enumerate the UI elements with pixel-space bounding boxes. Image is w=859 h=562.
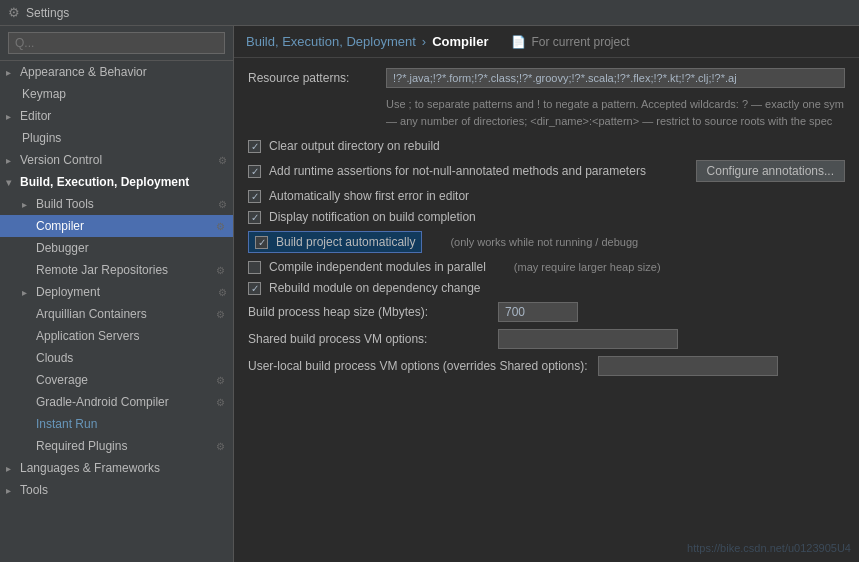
checkbox-show-first-error[interactable]: [248, 190, 261, 203]
right-panel: Build, Execution, Deployment › Compiler …: [234, 26, 859, 562]
sidebar-item-debugger[interactable]: Debugger: [0, 237, 233, 259]
sidebar-item-label: Required Plugins: [36, 439, 127, 453]
sidebar-item-label: Application Servers: [36, 329, 139, 343]
panel-body: Resource patterns: Use ; to separate pat…: [234, 58, 859, 562]
option-build-automatically: Build project automatically (only works …: [248, 231, 845, 253]
resource-patterns-row: Resource patterns:: [248, 68, 845, 88]
search-input[interactable]: [8, 32, 225, 54]
option-left: Add runtime assertions for not-null-anno…: [248, 164, 646, 178]
sidebar-item-label: Clouds: [36, 351, 73, 365]
resource-patterns-input[interactable]: [386, 68, 845, 88]
sidebar-item-label: Coverage: [36, 373, 88, 387]
checkbox-clear-output[interactable]: [248, 140, 261, 153]
sidebar-item-appearance-behavior[interactable]: ▸ Appearance & Behavior: [0, 61, 233, 83]
file-icon: 📄: [511, 35, 526, 49]
sidebar-item-label: Editor: [20, 109, 51, 123]
sidebar-item-coverage[interactable]: Coverage ⚙: [0, 369, 233, 391]
chevron-icon: ▸: [6, 485, 18, 496]
sidebar-item-label: Deployment: [36, 285, 100, 299]
sidebar-item-build-exec-deploy[interactable]: ▾ Build, Execution, Deployment: [0, 171, 233, 193]
label-build-automatically: Build project automatically: [276, 235, 415, 249]
sidebar-item-editor[interactable]: ▸ Editor: [0, 105, 233, 127]
sidebar-item-arquillian[interactable]: Arquillian Containers ⚙: [0, 303, 233, 325]
configure-annotations-button[interactable]: Configure annotations...: [696, 160, 845, 182]
label-add-assertions: Add runtime assertions for not-null-anno…: [269, 164, 646, 178]
sidebar-item-required-plugins[interactable]: Required Plugins ⚙: [0, 435, 233, 457]
shared-vm-row: Shared build process VM options:: [248, 329, 845, 349]
chevron-icon: ▸: [6, 111, 18, 122]
settings-icon: ⚙: [8, 5, 20, 20]
sync-icon: ⚙: [218, 155, 227, 166]
chevron-icon: ▸: [6, 463, 18, 474]
shared-vm-input[interactable]: [498, 329, 678, 349]
heap-size-row: Build process heap size (Mbytes):: [248, 302, 845, 322]
resource-patterns-label: Resource patterns:: [248, 68, 378, 85]
user-local-vm-label: User-local build process VM options (ove…: [248, 359, 588, 373]
sync-icon: ⚙: [216, 309, 225, 320]
hint-text: Use ; to separate patterns and ! to nega…: [386, 96, 845, 129]
option-show-first-error: Automatically show first error in editor: [248, 189, 845, 203]
sidebar-item-label: Languages & Frameworks: [20, 461, 160, 475]
sidebar-item-label: Appearance & Behavior: [20, 65, 147, 79]
checkbox-compile-parallel[interactable]: [248, 261, 261, 274]
chevron-icon: ▸: [6, 67, 18, 78]
main-content: ▸ Appearance & Behavior Keymap ▸ Editor …: [0, 26, 859, 562]
sidebar-item-label: Instant Run: [36, 417, 97, 431]
sidebar-item-build-tools[interactable]: ▸ Build Tools ⚙: [0, 193, 233, 215]
chevron-icon: ▾: [6, 177, 18, 188]
hint-line2: — any number of directories; <dir_name>:…: [386, 113, 845, 130]
checkbox-rebuild-on-dep-change[interactable]: [248, 282, 261, 295]
sidebar-item-label: Build, Execution, Deployment: [20, 175, 189, 189]
hint-line1: Use ; to separate patterns and ! to nega…: [386, 96, 845, 113]
sidebar-item-clouds[interactable]: Clouds: [0, 347, 233, 369]
sidebar-item-version-control[interactable]: ▸ Version Control ⚙: [0, 149, 233, 171]
sidebar-item-plugins[interactable]: Plugins: [0, 127, 233, 149]
title-text: Settings: [26, 6, 69, 20]
sidebar-item-keymap[interactable]: Keymap: [0, 83, 233, 105]
panel-header: Build, Execution, Deployment › Compiler …: [234, 26, 859, 58]
chevron-icon: ▸: [6, 155, 18, 166]
sidebar-item-deployment[interactable]: ▸ Deployment ⚙: [0, 281, 233, 303]
sidebar-item-label: Plugins: [22, 131, 61, 145]
sidebar-item-label: Remote Jar Repositories: [36, 263, 168, 277]
sidebar-item-label: Gradle-Android Compiler: [36, 395, 169, 409]
sync-icon: ⚙: [216, 221, 225, 232]
search-box[interactable]: [0, 26, 233, 61]
checkbox-display-notification[interactable]: [248, 211, 261, 224]
option-compile-parallel: Compile independent modules in parallel …: [248, 260, 845, 274]
sidebar-item-instant-run[interactable]: Instant Run: [0, 413, 233, 435]
sync-icon: ⚙: [216, 397, 225, 408]
user-local-vm-input[interactable]: [598, 356, 778, 376]
sidebar-item-tools[interactable]: ▸ Tools: [0, 479, 233, 501]
sidebar-item-compiler[interactable]: Compiler ⚙: [0, 215, 233, 237]
sidebar-item-label: Keymap: [22, 87, 66, 101]
sidebar-item-languages-frameworks[interactable]: ▸ Languages & Frameworks: [0, 457, 233, 479]
option-clear-output: Clear output directory on rebuild: [248, 139, 845, 153]
sidebar-item-label: Debugger: [36, 241, 89, 255]
user-local-vm-row: User-local build process VM options (ove…: [248, 356, 845, 376]
option-add-assertions: Add runtime assertions for not-null-anno…: [248, 160, 845, 182]
checkbox-add-assertions[interactable]: [248, 165, 261, 178]
sync-icon: ⚙: [216, 375, 225, 386]
checkbox-build-automatically[interactable]: [255, 236, 268, 249]
chevron-icon: ▸: [22, 199, 34, 210]
sidebar: ▸ Appearance & Behavior Keymap ▸ Editor …: [0, 26, 234, 562]
sync-icon: ⚙: [218, 287, 227, 298]
sidebar-item-app-servers[interactable]: Application Servers: [0, 325, 233, 347]
heap-size-input[interactable]: [498, 302, 578, 322]
current-project-label: For current project: [532, 35, 630, 49]
sidebar-item-remote-jar-repos[interactable]: Remote Jar Repositories ⚙: [0, 259, 233, 281]
sync-icon: ⚙: [216, 265, 225, 276]
label-show-first-error: Automatically show first error in editor: [269, 189, 469, 203]
label-clear-output: Clear output directory on rebuild: [269, 139, 440, 153]
chevron-icon: ▸: [22, 287, 34, 298]
sidebar-list: ▸ Appearance & Behavior Keymap ▸ Editor …: [0, 61, 233, 562]
sidebar-item-gradle-android[interactable]: Gradle-Android Compiler ⚙: [0, 391, 233, 413]
breadcrumb-path: Build, Execution, Deployment: [246, 34, 416, 49]
highlighted-build-auto: Build project automatically: [248, 231, 422, 253]
sync-icon: ⚙: [216, 441, 225, 452]
shared-vm-label: Shared build process VM options:: [248, 332, 488, 346]
breadcrumb-separator: ›: [422, 34, 426, 49]
sidebar-item-label: Version Control: [20, 153, 102, 167]
option-display-notification: Display notification on build completion: [248, 210, 845, 224]
